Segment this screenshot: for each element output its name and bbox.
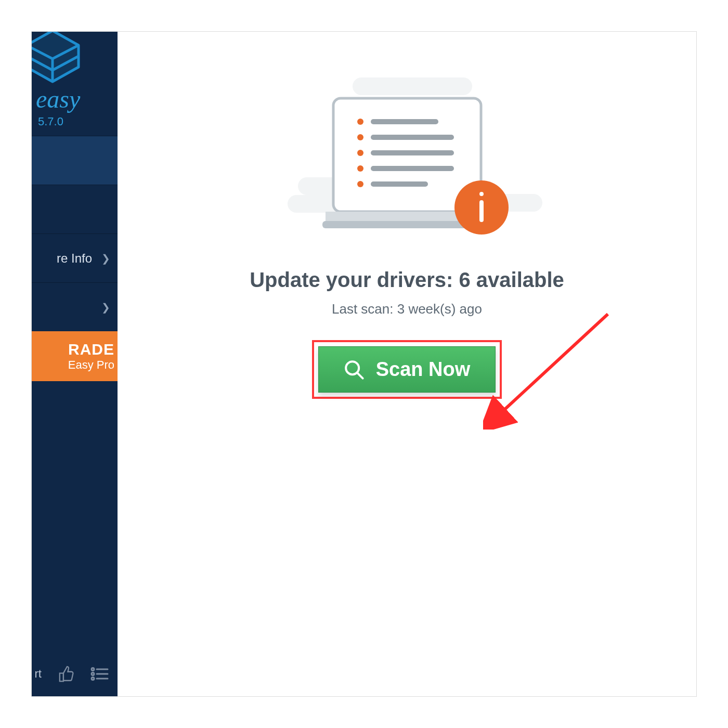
svg-line-46 [499, 314, 608, 415]
main-content: Update your drivers: 6 available Last sc… [118, 32, 696, 696]
footer-label: rt [35, 667, 42, 681]
svg-point-26 [432, 216, 434, 217]
thumbs-up-icon[interactable] [58, 664, 76, 684]
list-icon[interactable] [90, 666, 109, 682]
svg-point-23 [409, 216, 410, 217]
scan-now-button[interactable]: Scan Now [318, 346, 496, 393]
sidebar-item-label: re Info [57, 251, 92, 266]
svg-rect-36 [371, 150, 454, 155]
svg-point-35 [357, 150, 363, 156]
scan-button-highlight: Scan Now [312, 340, 502, 399]
svg-rect-1 [60, 673, 63, 682]
svg-point-27 [440, 216, 441, 217]
svg-point-6 [92, 678, 94, 680]
sidebar-item-active[interactable] [32, 136, 118, 185]
laptop-illustration [269, 73, 545, 266]
svg-point-37 [357, 165, 363, 172]
update-heading: Update your drivers: 6 available [250, 268, 564, 292]
sidebar-item-1[interactable] [32, 185, 118, 233]
svg-rect-8 [353, 77, 472, 95]
svg-point-28 [448, 216, 449, 217]
svg-point-18 [370, 216, 371, 217]
svg-point-33 [357, 134, 363, 140]
svg-rect-40 [371, 181, 428, 187]
upgrade-button[interactable]: RADE Easy Pro [32, 331, 118, 381]
svg-rect-38 [371, 166, 454, 171]
svg-point-20 [385, 216, 387, 217]
last-scan-text: Last scan: 3 week(s) ago [332, 301, 482, 317]
svg-point-22 [401, 216, 402, 217]
svg-line-45 [357, 373, 362, 378]
svg-point-25 [424, 216, 426, 217]
svg-point-24 [417, 216, 418, 217]
svg-point-19 [378, 216, 379, 217]
svg-point-17 [362, 216, 363, 217]
brand: easy 5.7.0 [32, 32, 118, 136]
svg-point-21 [393, 216, 395, 217]
sidebar-footer: rt [32, 655, 118, 696]
svg-rect-43 [479, 200, 484, 222]
chevron-right-icon: ❯ [101, 252, 110, 265]
annotation-arrow [483, 310, 613, 430]
upgrade-subtitle: Easy Pro [32, 358, 114, 372]
svg-point-16 [354, 216, 356, 217]
svg-rect-32 [371, 119, 438, 124]
app-logo-icon [32, 32, 84, 85]
search-icon [344, 359, 365, 380]
sidebar: easy 5.7.0 re Info ❯ ❯ RADE Easy Pro rt [32, 32, 118, 696]
svg-point-15 [346, 216, 348, 217]
svg-rect-34 [371, 135, 454, 140]
svg-rect-42 [479, 192, 484, 196]
info-icon [454, 180, 509, 235]
chevron-right-icon: ❯ [101, 301, 110, 314]
scan-button-label: Scan Now [376, 358, 471, 381]
app-version: 5.7.0 [38, 115, 118, 128]
app-window: easy 5.7.0 re Info ❯ ❯ RADE Easy Pro rt [31, 31, 697, 697]
sidebar-item-3[interactable]: ❯ [32, 282, 118, 331]
svg-point-4 [92, 673, 94, 675]
svg-point-39 [357, 181, 363, 187]
svg-point-2 [92, 668, 94, 671]
sidebar-item-hardware-info[interactable]: re Info ❯ [32, 233, 118, 282]
upgrade-title: RADE [32, 341, 114, 358]
app-name: easy [36, 87, 118, 112]
svg-point-31 [357, 119, 363, 125]
